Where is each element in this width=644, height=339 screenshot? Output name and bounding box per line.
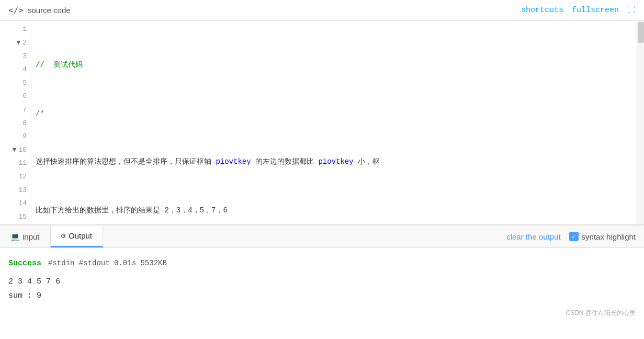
- output-line-1: 2 3 4 5 7 6: [8, 275, 636, 289]
- code-comment-1: // 测试代码: [36, 59, 83, 71]
- line-num-3: 3: [4, 50, 27, 63]
- code-line-3: 选择快速排序的算法思想，但不是全排序，只保证枢轴 piovtkey 的左边的数据…: [36, 155, 640, 169]
- success-keyword: Success: [8, 259, 41, 268]
- line-num-12: 12: [4, 171, 27, 184]
- right-scrollbar-thumb: [638, 22, 644, 43]
- tab-output[interactable]: ⚙ Output: [51, 225, 103, 247]
- syntax-highlight-toggle[interactable]: ✓ syntax highlight: [569, 232, 636, 241]
- fullscreen-link[interactable]: fullscreen: [572, 6, 619, 15]
- header: </> source code shortcuts fullscreen ⛶: [0, 0, 644, 21]
- line-num-6: 6: [4, 90, 27, 104]
- page-title: source code: [28, 6, 71, 15]
- line-num-11: 11: [4, 157, 27, 171]
- code-icon: </>: [8, 5, 24, 15]
- header-left: </> source code: [8, 5, 71, 15]
- output-line-2: sum : 9: [8, 289, 636, 303]
- syntax-toggle-label: syntax highlight: [582, 232, 636, 241]
- tab-input[interactable]: 💻 input: [0, 225, 51, 247]
- footer-watermark: CSDN @住在阳光的心里: [566, 308, 636, 319]
- output-area: Success #stdin #stdout 0.01s 5532KB 2 3 …: [0, 248, 644, 321]
- tab-actions: clear the output ✓ syntax highlight: [506, 232, 644, 241]
- output-success-line: Success #stdin #stdout 0.01s 5532KB: [8, 256, 636, 270]
- line-num-8: 8: [4, 117, 27, 130]
- line-num-5: 5: [4, 76, 27, 90]
- code-editor: 1 ▼2 3 4 5 6 7 8 9 ▼10 11 12 13 14 15 //…: [0, 21, 644, 225]
- code-line-4: 比如下方给出的数据里，排序的结果是 2，3，4，5，7，6: [36, 204, 640, 217]
- line-num-13: 13: [4, 184, 27, 197]
- code-line-2: /*: [36, 107, 640, 120]
- code-comment-2: /*: [36, 108, 44, 119]
- input-tab-label: input: [22, 232, 40, 241]
- line-num-7: 7: [4, 104, 27, 117]
- code-lines[interactable]: // 测试代码 /* 选择快速排序的算法思想，但不是全排序，只保证枢轴 piov…: [31, 21, 644, 224]
- line-num-9: 9: [4, 130, 27, 144]
- fullscreen-icon[interactable]: ⛶: [627, 5, 636, 15]
- line-num-2: ▼2: [4, 37, 27, 50]
- output-tab-label: Output: [69, 231, 92, 240]
- line-numbers: 1 ▼2 3 4 5 6 7 8 9 ▼10 11 12 13 14 15: [0, 21, 31, 224]
- clear-output-button[interactable]: clear the output: [506, 232, 560, 241]
- syntax-checkbox[interactable]: ✓: [569, 232, 579, 241]
- code-chinese-3: 选择快速排序的算法思想，但不是全排序，只保证枢轴: [36, 156, 216, 167]
- code-line-1: // 测试代码: [36, 58, 640, 72]
- shortcuts-link[interactable]: shortcuts: [521, 6, 563, 15]
- tab-bar: 💻 input ⚙ Output clear the output ✓ synt…: [0, 225, 644, 248]
- header-right: shortcuts fullscreen ⛶: [521, 5, 636, 15]
- code-chinese-4: 比如下方给出的数据里，排序的结果是 2，3，4，5，7，6: [36, 205, 228, 216]
- code-area: 1 ▼2 3 4 5 6 7 8 9 ▼10 11 12 13 14 15 //…: [0, 21, 644, 224]
- output-meta: #stdin #stdout 0.01s 5532KB: [48, 259, 167, 267]
- line-num-4: 4: [4, 63, 27, 77]
- right-scrollbar[interactable]: [637, 21, 644, 224]
- line-num-10: ▼10: [4, 143, 27, 157]
- line-num-1: 1: [4, 23, 27, 37]
- output-tab-icon: ⚙: [61, 231, 65, 240]
- input-tab-icon: 💻: [10, 232, 19, 241]
- line-num-14: 14: [4, 197, 27, 211]
- line-num-15: 15: [4, 210, 27, 224]
